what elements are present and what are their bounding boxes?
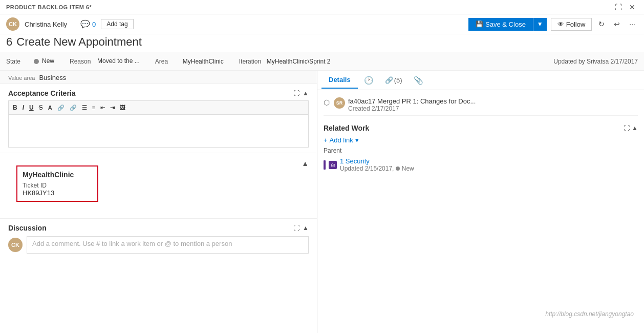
related-work-header: Related Work ⛶ ▲: [317, 120, 644, 134]
comment-count-area: 💬 0: [80, 19, 96, 29]
add-link-label: Add link: [330, 136, 353, 144]
ticket-id-label: Ticket ID: [23, 182, 92, 189]
watermark: http://blog.csdn.net/jiangyongtao: [545, 310, 634, 318]
iteration-value[interactable]: MyHealthClinic\Sprint 2: [267, 58, 331, 65]
history-avatar: SR: [334, 97, 345, 109]
new-badge: New: [396, 165, 414, 172]
image-button[interactable]: 🖼: [118, 103, 127, 112]
fullscreen-button[interactable]: ⛶: [612, 2, 625, 12]
tab-links[interactable]: 🔗 (5): [380, 73, 407, 87]
wi-title[interactable]: 1 Security: [340, 157, 414, 165]
state-value[interactable]: New: [42, 57, 54, 65]
indent-button[interactable]: ⇥: [108, 103, 117, 112]
user-name: Christina Kelly: [25, 20, 67, 28]
bold-button[interactable]: B: [11, 103, 19, 112]
add-link-icon: +: [324, 136, 328, 144]
strikethrough-button[interactable]: S: [37, 103, 45, 112]
reason-label: Reason: [70, 58, 94, 65]
undo-button[interactable]: ↩: [611, 19, 622, 29]
italic-button[interactable]: I: [20, 103, 26, 112]
acceptance-criteria-actions: ⛶ ▲: [293, 90, 309, 97]
color-button[interactable]: A: [46, 103, 54, 112]
wi-color-bar: [324, 160, 326, 170]
area-label: Area: [155, 58, 180, 65]
acceptance-criteria-title: Acceptance Criteria: [8, 89, 76, 97]
add-tag-button[interactable]: Add tag: [101, 19, 133, 29]
value-area-section: Value area Business: [0, 71, 317, 84]
state-label: State: [6, 58, 31, 65]
new-dot: [396, 167, 400, 171]
close-button[interactable]: ✕: [627, 2, 638, 12]
comment-box: CK Add a comment. Use # to link a work i…: [8, 236, 309, 254]
comment-input[interactable]: Add a comment. Use # to link a work item…: [27, 236, 309, 254]
right-content: ⬡ SR fa40ac17 Merged PR 1: Changes for D…: [317, 90, 644, 120]
title-right: 💾 Save & Close ▼ 👁 Follow ↻ ↩ ···: [468, 18, 638, 31]
related-work-collapse[interactable]: ▲: [632, 124, 638, 132]
mhc-inner: MyHealthClinic Ticket ID HK89JY13: [0, 153, 317, 213]
history-icon: ⬡: [324, 98, 330, 112]
discussion-title: Discussion: [8, 224, 47, 232]
add-link-button[interactable]: + Add link ▾: [317, 134, 365, 146]
work-item-link: 🗂 1 Security Updated 2/15/2017, New: [317, 155, 644, 174]
title-left: CK Christina Kelly 💬 0 Add tag: [6, 17, 134, 31]
top-bar: PRODUCT BACKLOG ITEM 6* ⛶ ✕: [0, 0, 644, 14]
underline-button[interactable]: U: [27, 103, 36, 112]
unlink-button[interactable]: 🔗: [68, 103, 79, 112]
follow-button[interactable]: 👁 Follow: [551, 18, 592, 31]
wi-details: 1 Security Updated 2/15/2017, New: [340, 157, 414, 172]
area-value[interactable]: MyHealthClinic: [183, 58, 224, 65]
reason-field: Reason Moved to the ...: [70, 57, 140, 65]
top-bar-title: PRODUCT BACKLOG ITEM 6*: [6, 4, 92, 10]
related-work-expand[interactable]: ⛶: [624, 124, 630, 132]
state-field: State New: [6, 57, 54, 65]
acceptance-expand-button[interactable]: ⛶: [293, 90, 299, 97]
follow-icon: 👁: [557, 20, 564, 28]
discussion-expand-button[interactable]: ⛶: [293, 224, 299, 232]
related-work-title: Related Work: [324, 124, 369, 132]
history-body: SR fa40ac17 Merged PR 1: Changes for Doc…: [334, 97, 476, 112]
mhc-section-wrap: MyHealthClinic Ticket ID HK89JY13 ▲: [0, 153, 317, 219]
tab-attachments[interactable]: 📎: [409, 73, 428, 88]
history-main-text: fa40ac17 Merged PR 1: Changes for Doc...: [348, 97, 476, 105]
mhc-collapse-button[interactable]: ▲: [302, 159, 309, 168]
save-group: 💾 Save & Close ▼: [468, 18, 547, 31]
comment-icon: 💬: [80, 19, 90, 29]
comment-avatar: CK: [8, 238, 23, 252]
save-close-dropdown[interactable]: ▼: [533, 18, 547, 31]
mhc-title: MyHealthClinic: [23, 171, 92, 179]
discussion-section: Discussion ⛶ ▲ CK Add a comment. Use # t…: [0, 219, 317, 259]
discussion-collapse-button[interactable]: ▲: [303, 224, 309, 232]
discussion-header: Discussion ⛶ ▲: [8, 224, 309, 232]
ordered-list-button[interactable]: ≡: [90, 103, 97, 112]
right-tabs: Details 🕐 🔗 (5) 📎: [317, 71, 644, 90]
value-area-value: Business: [39, 74, 66, 81]
main-layout: Value area Business Acceptance Criteria …: [0, 71, 644, 333]
work-item-id: 6: [6, 35, 12, 49]
unordered-list-button[interactable]: ☰: [80, 103, 89, 112]
mhc-section-box: MyHealthClinic Ticket ID HK89JY13: [16, 165, 98, 202]
more-button[interactable]: ···: [627, 19, 638, 29]
area-field: Area MyHealthClinic: [155, 58, 224, 65]
refresh-button[interactable]: ↻: [596, 19, 607, 29]
link-button[interactable]: 🔗: [55, 103, 67, 112]
outdent-button[interactable]: ⇤: [98, 103, 107, 112]
title-row: CK Christina Kelly 💬 0 Add tag 💾 Save & …: [0, 14, 644, 34]
acceptance-collapse-button[interactable]: ▲: [303, 90, 309, 97]
state-dot: [34, 59, 39, 64]
save-close-button[interactable]: 💾 Save & Close: [468, 18, 533, 31]
reason-value[interactable]: Moved to the ...: [97, 57, 140, 65]
add-link-chevron: ▾: [355, 136, 359, 144]
acceptance-criteria-editor[interactable]: [8, 114, 309, 148]
left-panel: Value area Business Acceptance Criteria …: [0, 71, 317, 333]
updated-text: Updated by Srivatsa 2/17/2017: [553, 58, 638, 65]
acceptance-criteria-header: Acceptance Criteria ⛶ ▲: [8, 89, 309, 97]
related-actions: ⛶ ▲: [624, 124, 638, 132]
tab-details[interactable]: Details: [321, 72, 358, 89]
history-text: fa40ac17 Merged PR 1: Changes for Doc...…: [348, 97, 476, 112]
parent-label: Parent: [317, 146, 644, 155]
value-area-label: Value area: [8, 75, 35, 81]
discussion-actions: ⛶ ▲: [293, 224, 309, 232]
work-item-title: Create New Appointment: [16, 35, 142, 49]
tab-history[interactable]: 🕐: [359, 73, 379, 88]
wi-updated: Updated 2/15/2017, New: [340, 165, 414, 172]
